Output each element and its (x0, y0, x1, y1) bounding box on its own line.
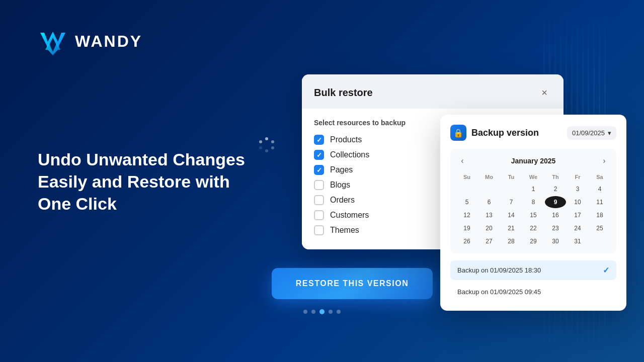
selected-date-text: 01/09/2025 (572, 129, 605, 137)
cal-day-28[interactable]: 28 (501, 235, 522, 247)
svg-marker-0 (40, 32, 65, 48)
cal-day-31[interactable]: 31 (567, 235, 588, 247)
hero-line1: Undo Unwanted Changes (38, 148, 245, 170)
backup-lock-icon: 🔒 (450, 125, 466, 141)
svg-point-2 (265, 137, 268, 140)
resource-label-pages: Pages (330, 165, 353, 174)
resource-label-collections: Collections (330, 150, 369, 159)
dot-3[interactable] (319, 309, 325, 314)
day-header-mo: Mo (478, 172, 500, 182)
cal-day-27[interactable]: 27 (478, 235, 500, 247)
calendar-month: January 2025 (511, 157, 556, 165)
cal-day-2[interactable]: 2 (545, 183, 566, 195)
cal-day-17[interactable]: 17 (567, 209, 588, 221)
day-header-su: Su (456, 172, 477, 182)
backup-time-item-1[interactable]: Backup on 01/09/2025 18:30 ✓ (450, 260, 616, 280)
cal-day-24[interactable]: 24 (567, 222, 588, 234)
dot-4[interactable] (329, 310, 333, 314)
logo-text: WANDY (75, 32, 142, 51)
cal-day-7[interactable]: 7 (501, 196, 522, 208)
dot-1[interactable] (303, 310, 307, 314)
backup-date-selector[interactable]: 01/09/2025 ▾ (567, 126, 616, 140)
cal-day-4[interactable]: 4 (589, 183, 610, 195)
resource-label-customers: Customers (330, 211, 369, 220)
cal-day-15[interactable]: 15 (523, 209, 544, 221)
svg-point-5 (265, 149, 268, 152)
checkbox-themes[interactable] (314, 225, 324, 235)
resource-label-blogs: Blogs (330, 180, 350, 190)
hero-line3: One Click (38, 193, 245, 215)
modal-header: Bulk restore × (302, 74, 564, 109)
cal-empty-1 (456, 183, 477, 195)
svg-point-7 (259, 140, 262, 143)
hero-line2: Easily and Restore with (38, 170, 245, 193)
cal-day-19[interactable]: 19 (456, 222, 477, 234)
cal-day-23[interactable]: 23 (545, 222, 566, 234)
checkbox-pages[interactable] (314, 165, 324, 175)
hero-text: Undo Unwanted Changes Easily and Restore… (38, 148, 245, 215)
resource-label-orders: Orders (330, 196, 355, 205)
dropdown-arrow-icon: ▾ (608, 129, 611, 137)
cal-day-8[interactable]: 8 (523, 196, 544, 208)
resource-label-themes: Themes (330, 226, 359, 235)
checkbox-customers[interactable] (314, 210, 324, 220)
backup-time-item-2[interactable]: Backup on 01/09/2025 09:45 (450, 283, 616, 301)
cal-day-30[interactable]: 30 (545, 235, 566, 247)
restore-button[interactable]: RESTORE THIS VERSION (272, 268, 433, 299)
wandy-logo-icon (38, 28, 68, 55)
day-header-th: Th (545, 172, 566, 182)
cal-day-26[interactable]: 26 (456, 235, 477, 247)
calendar-nav: ‹ January 2025 › (456, 155, 610, 167)
cal-day-10[interactable]: 10 (567, 196, 588, 208)
calendar-grid: Su Mo Tu We Th Fr Sa 1 2 3 4 5 6 7 8 9 1… (456, 172, 610, 247)
spinner-icon (257, 135, 277, 155)
calendar-next-button[interactable]: › (598, 155, 610, 167)
day-header-we: We (523, 172, 544, 182)
backup-version-panel: 🔒 Backup version 01/09/2025 ▾ ‹ January … (440, 115, 626, 311)
backup-version-title-group: 🔒 Backup version (450, 125, 539, 141)
dot-2[interactable] (311, 310, 315, 314)
cal-day-6[interactable]: 6 (478, 196, 500, 208)
checkbox-orders[interactable] (314, 195, 324, 205)
calendar: ‹ January 2025 › Su Mo Tu We Th Fr Sa 1 … (450, 149, 616, 253)
cal-day-25[interactable]: 25 (589, 222, 610, 234)
cal-day-3[interactable]: 3 (567, 183, 588, 195)
cal-day-29[interactable]: 29 (523, 235, 544, 247)
checkbox-collections[interactable] (314, 150, 324, 160)
backup-version-title: Backup version (471, 128, 539, 138)
cal-day-12[interactable]: 12 (456, 209, 477, 221)
cal-day-5[interactable]: 5 (456, 196, 477, 208)
backup-version-header: 🔒 Backup version 01/09/2025 ▾ (450, 125, 616, 141)
carousel-dots (303, 309, 341, 314)
resource-label-products: Products (330, 135, 362, 144)
svg-point-6 (259, 146, 262, 149)
svg-point-4 (271, 146, 274, 149)
day-header-sa: Sa (589, 172, 610, 182)
backup-time-label-1: Backup on 01/09/2025 18:30 (457, 266, 541, 274)
cal-day-22[interactable]: 22 (523, 222, 544, 234)
cal-day-16[interactable]: 16 (545, 209, 566, 221)
cal-day-13[interactable]: 13 (478, 209, 500, 221)
cal-day-9[interactable]: 9 (545, 196, 566, 208)
modal-close-button[interactable]: × (537, 85, 551, 100)
calendar-prev-button[interactable]: ‹ (456, 155, 468, 167)
modal-title: Bulk restore (314, 87, 373, 99)
backup-time-check-1: ✓ (603, 265, 609, 275)
day-header-fr: Fr (567, 172, 588, 182)
cal-day-14[interactable]: 14 (501, 209, 522, 221)
cal-day-18[interactable]: 18 (589, 209, 610, 221)
cal-empty-2 (478, 183, 500, 195)
cal-empty-3 (501, 183, 522, 195)
cal-day-11[interactable]: 11 (589, 196, 610, 208)
checkbox-products[interactable] (314, 135, 324, 145)
backup-time-label-2: Backup on 01/09/2025 09:45 (457, 288, 541, 296)
day-header-tu: Tu (501, 172, 522, 182)
cal-day-1[interactable]: 1 (523, 183, 544, 195)
svg-point-3 (271, 140, 274, 143)
checkbox-blogs[interactable] (314, 180, 324, 190)
logo: WANDY (38, 28, 142, 55)
cal-day-20[interactable]: 20 (478, 222, 500, 234)
backup-time-list: Backup on 01/09/2025 18:30 ✓ Backup on 0… (450, 260, 616, 301)
dot-5[interactable] (337, 310, 341, 314)
cal-day-21[interactable]: 21 (501, 222, 522, 234)
